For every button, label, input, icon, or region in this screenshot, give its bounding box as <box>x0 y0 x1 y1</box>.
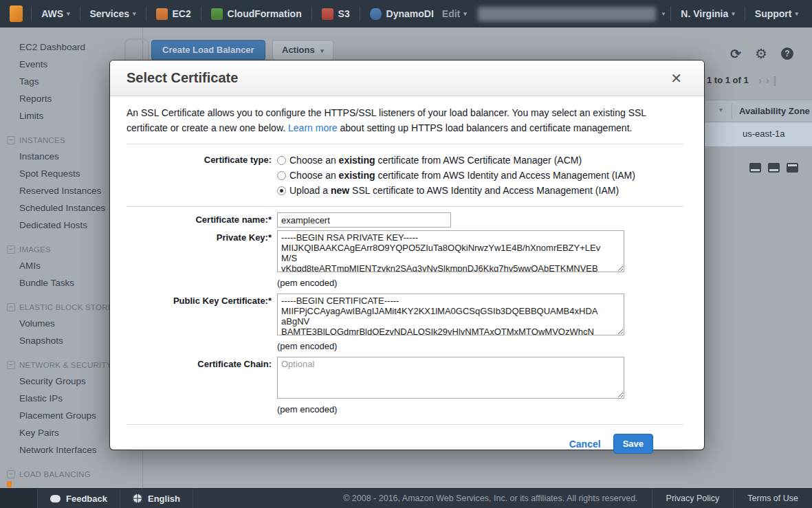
column-filter-chevron-icon[interactable]: ▾ <box>719 106 723 113</box>
nav-shortcut-dynamodb[interactable]: DynamoDI <box>370 8 434 20</box>
terms-of-use-link[interactable]: Terms of Use <box>734 489 812 508</box>
collapse-minus-icon[interactable]: − <box>7 303 15 311</box>
feedback-label: Feedback <box>66 494 107 504</box>
cloudformation-icon <box>211 8 223 20</box>
certificate-chain-label: Certificate Chain: <box>127 357 272 417</box>
select-certificate-modal: Select Certificate ✕ An SSL Certificate … <box>110 60 704 450</box>
collapse-minus-icon[interactable]: − <box>7 470 15 478</box>
nav-divider <box>80 6 80 21</box>
chevron-down-icon: ▾ <box>320 47 324 54</box>
nav-dynamodb-label: DynamoDI <box>386 8 434 19</box>
footer: Feedback English © 2008 - 2016, Amazon W… <box>0 488 812 508</box>
nav-region-menu[interactable]: N. Virginia ▾ <box>681 8 735 19</box>
redacted-account-dropdown[interactable] <box>478 7 656 21</box>
pem-encoded-caption: (pem encoded) <box>277 278 624 288</box>
public-key-certificate-label: Public Key Certificate:* <box>127 294 272 354</box>
learn-more-link[interactable]: Learn more <box>288 122 338 133</box>
sidebar-item-ec2-dashboard[interactable]: EC2 Dashboard <box>0 38 142 56</box>
certificate-chain-textarea[interactable] <box>277 357 624 399</box>
chevron-down-icon: ▾ <box>732 10 735 17</box>
nav-shortcut-ec2[interactable]: EC2 <box>156 8 191 20</box>
certificate-type-option-1[interactable]: Choose an existing certificate from AWS … <box>277 153 635 168</box>
speech-bubble-icon <box>50 495 61 503</box>
private-key-label: Private Key:* <box>127 230 272 291</box>
chevron-down-icon: ▾ <box>795 10 798 17</box>
nav-aws-label: AWS <box>41 8 63 19</box>
certificate-name-input[interactable] <box>277 212 451 228</box>
nav-divider <box>146 6 146 21</box>
refresh-icon[interactable]: ⟳ <box>730 46 741 62</box>
ec2-icon <box>156 8 168 20</box>
collapse-minus-icon[interactable]: − <box>7 245 15 254</box>
column-divider <box>732 104 732 119</box>
pane-layout-bottom-icon[interactable] <box>749 163 761 173</box>
pagination: 1 to 1 of 1 ››| <box>707 74 780 86</box>
modal-header: Select Certificate ✕ <box>110 60 704 96</box>
nav-region-label: N. Virginia <box>681 8 728 19</box>
nav-divider <box>31 6 32 21</box>
nav-support-label: Support <box>755 8 792 19</box>
close-icon[interactable]: ✕ <box>670 70 688 87</box>
language-button[interactable]: English <box>120 489 193 508</box>
language-label: English <box>148 494 180 504</box>
nav-s3-label: S3 <box>338 8 350 19</box>
chevron-down-icon: ▾ <box>463 10 467 17</box>
create-load-balancer-button[interactable]: Create Load Balancer <box>151 40 265 60</box>
pagination-next-icon[interactable]: ››| <box>758 74 780 86</box>
certificate-type-option-2[interactable]: Choose an existing certificate from AWS … <box>277 168 635 183</box>
availability-zone-column-header[interactable]: Availability Zone <box>739 106 810 116</box>
certificate-name-label: Certificate name:* <box>127 212 272 228</box>
pane-layout-split-icon[interactable] <box>768 163 780 173</box>
collapse-minus-icon[interactable]: − <box>7 361 15 369</box>
gear-icon[interactable]: ⚙ <box>755 45 767 62</box>
radio-selected-icon[interactable] <box>277 186 286 195</box>
nav-services-menu[interactable]: Services ▾ <box>89 8 135 19</box>
sidebar-section-label: ELASTIC BLOCK STORE <box>19 300 113 315</box>
sidebar-section-label: IMAGES <box>19 242 51 257</box>
certificate-type-radio-group: Choose an existing certificate from AWS … <box>277 153 635 198</box>
nav-services-label: Services <box>89 8 129 19</box>
pane-layout-top-icon[interactable] <box>787 163 798 173</box>
cancel-button[interactable]: Cancel <box>569 439 601 450</box>
help-icon[interactable]: ? <box>781 47 793 60</box>
nav-divider <box>745 6 745 21</box>
privacy-policy-link[interactable]: Privacy Policy <box>652 489 734 508</box>
radio-unselected-icon[interactable] <box>277 156 286 165</box>
nav-edit-label: Edit <box>442 8 460 19</box>
pem-encoded-caption: (pem encoded) <box>277 341 624 351</box>
actions-label: Actions <box>282 45 315 55</box>
actions-button[interactable]: Actions ▾ <box>272 40 333 60</box>
nav-shortcut-s3[interactable]: S3 <box>322 8 350 20</box>
availability-zone-cell: us-east-1a <box>743 129 784 139</box>
private-key-textarea[interactable]: -----BEGIN RSA PRIVATE KEY----- MIIJKQIB… <box>277 230 624 272</box>
modal-title: Select Certificate <box>127 70 238 86</box>
sidebar-section-label: LOAD BALANCING <box>19 467 91 482</box>
s3-icon <box>322 8 333 20</box>
nav-divider <box>201 6 201 21</box>
save-button[interactable]: Save <box>613 434 653 454</box>
pagination-label: 1 to 1 of 1 <box>707 75 749 85</box>
globe-icon <box>133 494 142 503</box>
nav-shortcut-cloudformation[interactable]: CloudFormation <box>211 8 302 20</box>
copyright-text: © 2008 - 2016, Amazon Web Services, Inc.… <box>343 494 651 503</box>
certificate-type-label: Certificate type: <box>127 153 272 198</box>
dynamodb-icon <box>370 8 382 20</box>
nav-ec2-label: EC2 <box>173 8 191 19</box>
aws-cube-logo-icon[interactable] <box>10 5 23 22</box>
feedback-button[interactable]: Feedback <box>38 489 120 508</box>
nav-edit-menu[interactable]: Edit ▾ <box>442 8 467 19</box>
public-key-certificate-textarea[interactable]: -----BEGIN CERTIFICATE----- MIIFPjCCAyag… <box>277 294 624 335</box>
sidebar-section-load-balancing[interactable]: −LOAD BALANCING <box>0 467 142 482</box>
nav-aws-menu[interactable]: AWS ▾ <box>41 8 69 19</box>
certificate-type-option-label: Choose an existing certificate from AWS … <box>289 155 582 166</box>
certificate-type-option-3[interactable]: Upload a new SSL certificate to AWS Iden… <box>277 183 635 198</box>
nav-support-menu[interactable]: Support ▾ <box>755 8 798 19</box>
nav-divider <box>360 6 360 21</box>
modal-description: An SSL Certificate allows you to configu… <box>127 105 683 135</box>
collapse-minus-icon[interactable]: − <box>7 136 15 144</box>
nav-cloudformation-label: CloudFormation <box>228 8 302 19</box>
separator <box>127 144 683 144</box>
chevron-down-icon: ▾ <box>67 10 70 17</box>
pem-encoded-caption: (pem encoded) <box>277 404 624 415</box>
radio-unselected-icon[interactable] <box>277 171 286 180</box>
